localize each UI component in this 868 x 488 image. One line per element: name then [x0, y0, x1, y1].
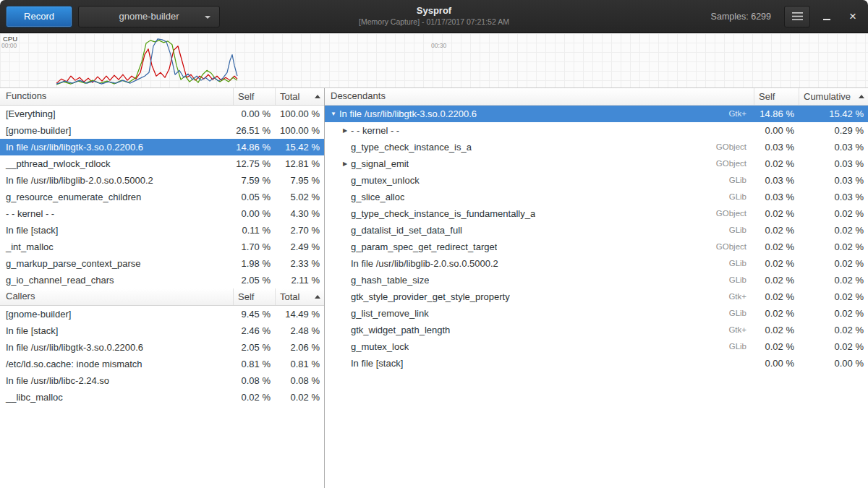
headerbar: Record gnome-builder Sysprof [Memory Cap…	[0, 0, 868, 33]
cpu-graph[interactable]: CPU 00:00 00:30	[0, 33, 868, 88]
table-row[interactable]: g_type_check_instance_is_aGObject0.03 %0…	[325, 139, 868, 155]
callers-table-body: [gnome-builder]9.45 %14.49 %In file [sta…	[0, 306, 324, 406]
cumulative-column-header[interactable]: Cumulative	[799, 88, 868, 105]
cumulative-value: 15.42 %	[799, 106, 868, 122]
expander-closed-icon[interactable]: ▶	[339, 122, 351, 139]
self-value: 0.02 %	[754, 338, 799, 355]
table-row[interactable]: In file /usr/lib/libgtk-3.so.0.2200.614.…	[0, 139, 324, 155]
function-name: g_hash_table_size	[351, 272, 429, 288]
table-row[interactable]: In file /usr/lib/libglib-2.0.so.0.5000.2…	[0, 172, 324, 189]
function-name: /etc/ld.so.cache: inode mismatch	[0, 356, 233, 372]
library-badge: GLib	[723, 222, 754, 239]
callers-table-header: Callers Self Total	[0, 288, 324, 306]
sort-indicator-icon	[315, 295, 320, 299]
table-row[interactable]: [gnome-builder]9.45 %14.49 %	[0, 306, 324, 322]
function-name: _int_malloc	[0, 239, 233, 255]
function-name: In file /usr/lib/libgtk-3.so.0.2200.6	[0, 139, 233, 155]
self-value: 0.02 %	[233, 389, 275, 406]
descendants-column-header[interactable]: Descendants	[325, 88, 754, 105]
self-value: 0.02 %	[754, 155, 799, 172]
table-row[interactable]: /etc/ld.so.cache: inode mismatch0.81 %0.…	[0, 356, 324, 372]
descendant-name-cell: g_slice_allocGLib	[325, 189, 754, 205]
total-value: 7.95 %	[275, 172, 324, 189]
function-name: g_type_check_instance_is_a	[351, 139, 472, 155]
table-row[interactable]: [gnome-builder]26.51 %100.00 %	[0, 122, 324, 139]
total-column-header[interactable]: Total	[275, 88, 324, 105]
table-row[interactable]: g_list_remove_linkGLib0.02 %0.02 %	[325, 305, 868, 322]
descendant-name-cell: g_param_spec_get_redirect_targetGObject	[325, 239, 754, 255]
function-name: g_signal_emit	[351, 155, 409, 172]
table-row[interactable]: In file [stack]0.00 %0.00 %	[325, 355, 868, 372]
table-row[interactable]: - - kernel - -0.00 %4.30 %	[0, 205, 324, 222]
total-value: 15.42 %	[275, 139, 324, 155]
self-value: 12.75 %	[233, 155, 275, 172]
self-value: 0.02 %	[754, 322, 799, 338]
total-column-header[interactable]: Total	[275, 288, 324, 305]
table-row[interactable]: [Everything]0.00 %100.00 %	[0, 106, 324, 122]
table-row[interactable]: g_param_spec_get_redirect_targetGObject0…	[325, 239, 868, 255]
self-column-header[interactable]: Self	[233, 288, 275, 305]
self-value: 0.00 %	[754, 122, 799, 139]
descendant-name-cell: gtk_widget_path_lengthGtk+	[325, 322, 754, 338]
self-value: 1.70 %	[233, 239, 275, 255]
table-row[interactable]: g_markup_parse_context_parse1.98 %2.33 %	[0, 255, 324, 272]
table-row[interactable]: gtk_style_provider_get_style_propertyGtk…	[325, 288, 868, 305]
total-value: 5.02 %	[275, 189, 324, 205]
table-row[interactable]: g_mutex_unlockGLib0.03 %0.03 %	[325, 172, 868, 189]
function-name: In file /usr/lib/libglib-2.0.so.0.5000.2	[0, 172, 233, 189]
table-row[interactable]: ▶- - kernel - -0.00 %0.29 %	[325, 122, 868, 139]
table-row[interactable]: g_datalist_id_set_data_fullGLib0.02 %0.0…	[325, 222, 868, 239]
descendant-name-cell: g_list_remove_linkGLib	[325, 305, 754, 322]
table-row[interactable]: __libc_malloc0.02 %0.02 %	[0, 389, 324, 406]
menu-button[interactable]	[784, 6, 810, 27]
function-name: [gnome-builder]	[0, 122, 233, 139]
cumulative-value: 0.03 %	[799, 155, 868, 172]
table-row[interactable]: g_hash_table_sizeGLib0.02 %0.02 %	[325, 272, 868, 288]
library-badge: GObject	[710, 239, 754, 255]
table-row[interactable]: g_type_check_instance_is_fundamentally_a…	[325, 205, 868, 222]
function-name: g_param_spec_get_redirect_target	[351, 239, 497, 255]
record-button[interactable]: Record	[6, 6, 72, 27]
table-row[interactable]: _int_malloc1.70 %2.49 %	[0, 239, 324, 255]
functions-column-header[interactable]: Functions	[0, 88, 233, 105]
table-row[interactable]: ▶g_signal_emitGObject0.02 %0.03 %	[325, 155, 868, 172]
table-row[interactable]: gtk_widget_path_lengthGtk+0.02 %0.02 %	[325, 322, 868, 338]
callers-column-header[interactable]: Callers	[0, 288, 233, 305]
expander-open-icon[interactable]: ▼	[328, 106, 339, 122]
self-column-header[interactable]: Self	[233, 88, 275, 105]
table-row[interactable]: g_resource_enumerate_children0.05 %5.02 …	[0, 189, 324, 205]
function-name: gtk_widget_path_length	[351, 322, 450, 338]
library-badge: Gtk+	[723, 322, 754, 338]
self-column-header[interactable]: Self	[754, 88, 799, 105]
minimize-button[interactable]	[817, 7, 836, 26]
table-row[interactable]: g_mutex_lockGLib0.02 %0.02 %	[325, 338, 868, 355]
table-row[interactable]: __pthread_rwlock_rdlock12.75 %12.81 %	[0, 155, 324, 172]
table-row[interactable]: In file /usr/lib/libgtk-3.so.0.2200.62.0…	[0, 339, 324, 356]
library-badge: GLib	[723, 172, 754, 189]
table-row[interactable]: g_io_channel_read_chars2.05 %2.11 %	[0, 272, 324, 288]
function-name: In file /usr/lib/libglib-2.0.so.0.5000.2	[351, 255, 498, 272]
table-row[interactable]: In file /usr/lib/libc-2.24.so0.08 %0.08 …	[0, 372, 324, 389]
close-button[interactable]: ×	[843, 7, 862, 26]
total-value: 2.49 %	[275, 239, 324, 255]
self-value: 0.00 %	[233, 106, 275, 122]
table-row[interactable]: In file /usr/lib/libglib-2.0.so.0.5000.2…	[325, 255, 868, 272]
self-value: 0.02 %	[754, 305, 799, 322]
cpu-green-series-line	[56, 40, 237, 85]
descendant-name-cell: g_hash_table_sizeGLib	[325, 272, 754, 288]
table-row[interactable]: g_slice_allocGLib0.03 %0.03 %	[325, 189, 868, 205]
cumulative-value: 0.03 %	[799, 189, 868, 205]
expander-closed-icon[interactable]: ▶	[339, 155, 351, 172]
process-selector-dropdown[interactable]: gnome-builder	[78, 6, 220, 27]
library-badge: GLib	[723, 338, 754, 355]
table-row[interactable]: In file [stack]2.46 %2.48 %	[0, 322, 324, 339]
self-value: 0.05 %	[233, 189, 275, 205]
descendants-table-header: Descendants Self Cumulative	[325, 88, 868, 106]
cumulative-value: 0.00 %	[799, 355, 868, 372]
cumulative-value: 0.03 %	[799, 139, 868, 155]
function-name: g_mutex_lock	[351, 338, 409, 355]
table-row[interactable]: In file [stack]0.11 %2.70 %	[0, 222, 324, 239]
function-name: g_slice_alloc	[351, 189, 404, 205]
total-value: 0.02 %	[275, 389, 324, 406]
table-row[interactable]: ▼In file /usr/lib/libgtk-3.so.0.2200.6Gt…	[325, 106, 868, 122]
